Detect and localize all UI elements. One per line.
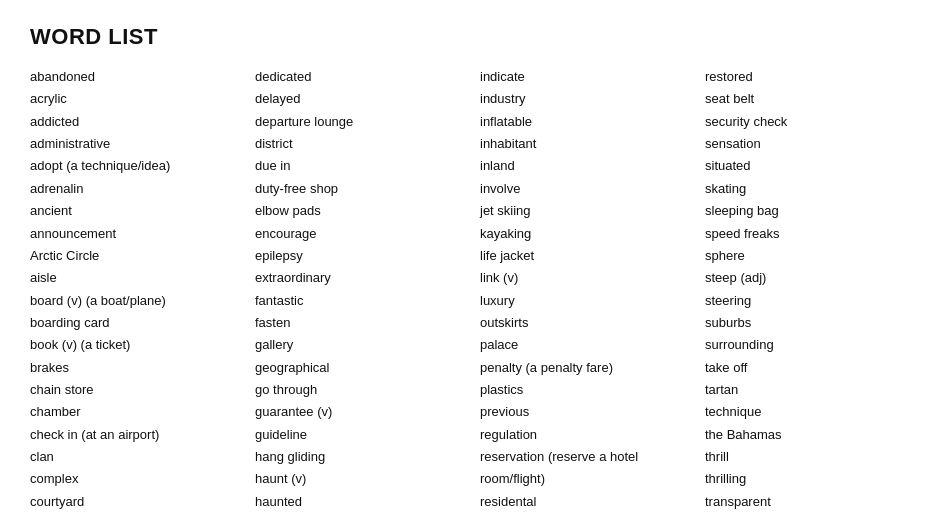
page-title: WORD LIST [30,24,920,50]
word-item: jet skiing [480,200,695,222]
word-item: fantastic [255,290,470,312]
word-item: regulation [480,424,695,446]
word-item: life jacket [480,245,695,267]
word-item: seat belt [705,88,920,110]
column-2: dedicateddelayeddeparture loungedistrict… [255,66,470,513]
word-item: outskirts [480,312,695,334]
word-item: fasten [255,312,470,334]
word-item: abandoned [30,66,245,88]
word-item: speed freaks [705,223,920,245]
word-item: sphere [705,245,920,267]
word-item: due in [255,155,470,177]
word-item: complex [30,468,245,490]
word-item: thrill [705,446,920,468]
word-item: aisle [30,267,245,289]
word-item: Arctic Circle [30,245,245,267]
word-item: technique [705,401,920,423]
word-item: boarding card [30,312,245,334]
word-grid: abandonedacrylicaddictedadministrativead… [30,66,920,513]
word-item: board (v) (a boat/plane) [30,290,245,312]
word-item: chamber [30,401,245,423]
word-item: chain store [30,379,245,401]
word-item: inland [480,155,695,177]
word-item: residental [480,491,695,513]
word-item: palace [480,334,695,356]
word-item: security check [705,111,920,133]
column-3: indicateindustryinflatableinhabitantinla… [480,66,695,513]
word-item: adrenalin [30,178,245,200]
word-item: plastics [480,379,695,401]
word-item: inflatable [480,111,695,133]
word-item: extraordinary [255,267,470,289]
word-item: transparent [705,491,920,513]
word-item: book (v) (a ticket) [30,334,245,356]
word-item: haunted [255,491,470,513]
word-item: guarantee (v) [255,401,470,423]
word-item: acrylic [30,88,245,110]
word-item: link (v) [480,267,695,289]
word-item: courtyard [30,491,245,513]
word-item: clan [30,446,245,468]
word-item: check in (at an airport) [30,424,245,446]
word-item: indicate [480,66,695,88]
word-item: industry [480,88,695,110]
word-item: sleeping bag [705,200,920,222]
word-item: steep (adj) [705,267,920,289]
word-item: duty-free shop [255,178,470,200]
word-item: encourage [255,223,470,245]
word-item: delayed [255,88,470,110]
column-4: restoredseat beltsecurity checksensation… [705,66,920,513]
word-item: take off [705,357,920,379]
word-item: departure lounge [255,111,470,133]
word-item: steering [705,290,920,312]
word-item: elbow pads [255,200,470,222]
word-item: haunt (v) [255,468,470,490]
word-item: tartan [705,379,920,401]
word-item: sensation [705,133,920,155]
word-item: guideline [255,424,470,446]
column-1: abandonedacrylicaddictedadministrativead… [30,66,245,513]
word-item: luxury [480,290,695,312]
word-item: announcement [30,223,245,245]
word-item: inhabitant [480,133,695,155]
word-item: involve [480,178,695,200]
word-item: the Bahamas [705,424,920,446]
word-item: go through [255,379,470,401]
word-item: surrounding [705,334,920,356]
word-item: suburbs [705,312,920,334]
word-item: epilepsy [255,245,470,267]
word-item: hang gliding [255,446,470,468]
word-item: administrative [30,133,245,155]
word-item: addicted [30,111,245,133]
word-item: restored [705,66,920,88]
word-item: brakes [30,357,245,379]
word-item: skating [705,178,920,200]
page: WORD LIST abandonedacrylicaddictedadmini… [0,0,950,513]
word-item: penalty (a penalty fare) [480,357,695,379]
word-item: geographical [255,357,470,379]
word-item: thrilling [705,468,920,490]
word-item: district [255,133,470,155]
word-item: reservation (reserve a hotel room/flight… [480,446,695,491]
word-item: kayaking [480,223,695,245]
word-item: dedicated [255,66,470,88]
word-item: gallery [255,334,470,356]
word-item: previous [480,401,695,423]
word-item: situated [705,155,920,177]
word-item: adopt (a technique/idea) [30,155,245,177]
word-item: ancient [30,200,245,222]
